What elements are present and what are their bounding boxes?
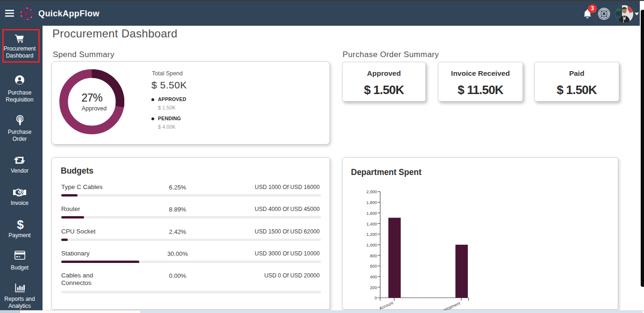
svg-text:200: 200 — [370, 285, 377, 290]
svg-text:0: 0 — [374, 296, 377, 300]
svg-text:800: 800 — [370, 254, 377, 258]
svg-text:1,200: 1,200 — [366, 232, 377, 237]
svg-text:Account: Account — [379, 300, 394, 311]
svg-text:1,400: 1,400 — [366, 222, 377, 226]
svg-text:1,600: 1,600 — [366, 211, 377, 216]
svg-text:2,000: 2,000 — [366, 189, 377, 194]
svg-text:1,000: 1,000 — [366, 243, 377, 247]
svg-text:400: 400 — [370, 275, 377, 279]
svg-text:600: 600 — [370, 264, 377, 269]
svg-text:1,800: 1,800 — [366, 200, 377, 205]
